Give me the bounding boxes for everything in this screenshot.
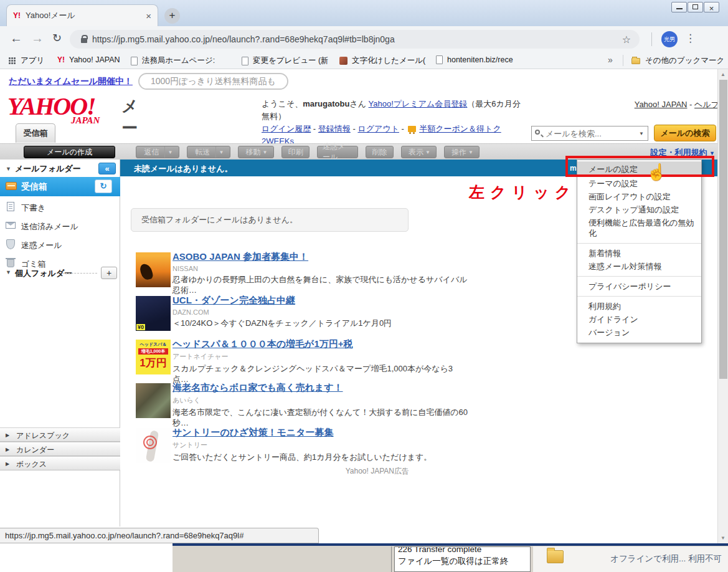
- personal-folders-label: 個人フォルダー: [15, 268, 72, 279]
- ad-thumbnail[interactable]: ¥0: [136, 296, 171, 331]
- bookmark-mojibake[interactable]: 文字化けしたメール(: [339, 55, 425, 66]
- bookmarks-overflow-icon[interactable]: »: [608, 55, 613, 65]
- search-input[interactable]: [546, 126, 633, 140]
- forward-label: 転送: [191, 147, 215, 158]
- refresh-button[interactable]: ↻: [95, 179, 112, 193]
- welcome-pre: ようこそ、: [262, 99, 303, 108]
- maximize-icon: [693, 4, 698, 9]
- spam-button[interactable]: 迷惑メール: [317, 146, 358, 158]
- bookmark-houmukyoku[interactable]: 法務局ホームページ:: [131, 55, 215, 66]
- bookmark-preview[interactable]: 変更をプレビュー (新: [242, 55, 329, 66]
- menu-item-guidelines[interactable]: ガイドライン: [577, 313, 701, 326]
- ad-thumbnail[interactable]: [136, 428, 171, 463]
- thumb-text-mid: 増毛1,000本: [138, 348, 168, 355]
- menu-item-ad-optimization[interactable]: 便利機能と広告最適化の無効化: [577, 216, 701, 240]
- bookmark-apps[interactable]: アプリ: [9, 55, 44, 66]
- yahoo-japan-link[interactable]: Yahoo! JAPAN: [635, 100, 688, 109]
- sidebar-item-spam[interactable]: 迷惑メール: [0, 236, 120, 254]
- menu-item-version[interactable]: バージョン: [577, 326, 701, 339]
- menu-item-desktop-notification[interactable]: デスクトップ通知の設定: [577, 203, 701, 216]
- reply-button[interactable]: 返信 ▼: [136, 146, 179, 158]
- browser-tab[interactable]: Y! Yahoo!メール ×: [6, 4, 158, 26]
- pain-ring-graphic: [146, 439, 154, 446]
- folder-label: 受信箱: [21, 181, 47, 193]
- ad-title-link[interactable]: UCL・ダゾーン完全独占中継: [173, 295, 295, 305]
- menu-item-terms[interactable]: 利用規約: [577, 300, 701, 313]
- welcome-block: ようこそ、marugatobuさん Yahoo!プレミアム会員登録（最大6カ月分…: [262, 98, 523, 148]
- scrollbar-thumb[interactable]: [719, 80, 727, 379]
- other-bookmarks[interactable]: その他のブックマーク: [631, 55, 724, 66]
- accordion-label: カレンダー: [16, 445, 54, 455]
- ad-title-link[interactable]: サントリーのひざ対策！モニター募集: [173, 427, 334, 437]
- forward-icon[interactable]: →: [31, 31, 44, 45]
- window-close-button[interactable]: ×: [704, 2, 719, 12]
- address-bar[interactable]: https://jp.mg5.mail.yahoo.co.jp/neo/laun…: [70, 30, 640, 49]
- window-maximize-button[interactable]: [688, 2, 703, 12]
- ad-thumbnail[interactable]: [136, 252, 171, 287]
- sidebar-item-sent[interactable]: 送信済みメール: [0, 217, 120, 236]
- menu-item-whats-new[interactable]: 新着情報: [577, 247, 701, 260]
- bookmark-label: Yahoo! JAPAN: [69, 55, 120, 64]
- accordion-calendar[interactable]: ▶ カレンダー: [0, 442, 120, 456]
- accordion-addressbook[interactable]: ▶ アドレスブック: [0, 427, 120, 442]
- ads-footer-label: Yahoo! JAPAN広告: [173, 466, 409, 477]
- window-minimize-button[interactable]: [671, 2, 687, 12]
- scroll-down-icon[interactable]: ▼: [721, 535, 726, 541]
- top-right-links: Yahoo! JAPAN - ヘルプ: [542, 99, 719, 110]
- menu-item-privacy-policy[interactable]: プライバシーポリシー: [577, 280, 701, 293]
- bookmark-honteniten[interactable]: honteniten.biz/rece: [436, 55, 513, 64]
- desktop: Y! Yahoo!メール × + × ← → ↻ https://jp.mg5.…: [0, 0, 728, 572]
- bookmark-star-icon[interactable]: ☆: [622, 34, 631, 45]
- browser-menu-icon[interactable]: ⋮: [685, 32, 696, 45]
- highlight-red-box: [565, 156, 714, 177]
- bookmark-yahoo-japan[interactable]: Y! Yahoo! JAPAN: [57, 55, 120, 64]
- ad-title-link[interactable]: ASOBO JAPAN 参加者募集中！: [173, 251, 308, 262]
- scrollbar[interactable]: ▲ ▼: [717, 69, 728, 543]
- ad-thumbnail[interactable]: ヘッドスパ＆ 増毛1,000本 1万円: [136, 340, 171, 374]
- view-button[interactable]: 表示 ▼: [401, 146, 437, 158]
- profile-avatar[interactable]: 光男: [661, 31, 678, 47]
- registration-info-link[interactable]: 登録情報: [318, 124, 351, 133]
- folder-label: 下書き: [21, 203, 45, 214]
- add-folder-button[interactable]: +: [101, 267, 117, 279]
- delete-button[interactable]: 削除: [366, 146, 394, 158]
- shield-icon: [6, 239, 15, 249]
- menu-item-layout-settings[interactable]: 画面レイアウトの設定: [577, 190, 701, 203]
- search-caret-icon[interactable]: ▼: [639, 131, 644, 136]
- tab-title: Yahoo!メール: [26, 10, 146, 21]
- print-button[interactable]: 印刷: [281, 146, 310, 158]
- premium-link[interactable]: Yahoo!プレミアム会員登録: [369, 99, 468, 108]
- move-button[interactable]: 移動 ▼: [238, 146, 274, 158]
- reply-caret-icon[interactable]: ▼: [165, 150, 176, 155]
- mail-folders-header[interactable]: ▼ メールフォルダー «: [0, 161, 120, 177]
- forward-button[interactable]: 転送 ▼: [187, 146, 230, 158]
- mail-search-box[interactable]: ▼: [531, 126, 648, 141]
- accordion-box[interactable]: ▶ ボックス: [0, 456, 120, 470]
- timesale-promo-link[interactable]: ただいまタイムセール開催中！: [9, 76, 133, 87]
- reload-icon[interactable]: ↻: [52, 31, 62, 45]
- ad-thumbnail[interactable]: [136, 383, 171, 418]
- mail-search-button[interactable]: メールの検索: [654, 125, 716, 141]
- url-text[interactable]: https://jp.mg5.mail.yahoo.co.jp/neo/laun…: [92, 34, 622, 44]
- help-link[interactable]: ヘルプ: [694, 100, 719, 109]
- logout-link[interactable]: ログアウト: [357, 124, 399, 133]
- scroll-up-icon[interactable]: ▲: [721, 72, 726, 77]
- tab-close-icon[interactable]: ×: [146, 11, 151, 21]
- ad-title-link[interactable]: 海老名市ならボロ家でも高く売れます！: [173, 382, 343, 393]
- tab-inbox[interactable]: 受信箱: [16, 123, 55, 143]
- sidebar-item-drafts[interactable]: 下書き: [0, 198, 120, 217]
- yahoo-japan-logo[interactable]: YAHOO! JAPAN メール: [7, 92, 132, 124]
- forward-caret-icon[interactable]: ▼: [216, 150, 227, 155]
- price-badge: ¥0: [136, 324, 145, 330]
- menu-item-spam-info[interactable]: 迷惑メール対策情報: [577, 260, 701, 273]
- sidebar-collapse-button[interactable]: «: [98, 163, 116, 174]
- back-icon[interactable]: ←: [10, 31, 22, 45]
- sidebar-item-inbox[interactable]: 受信箱 ↻: [0, 177, 120, 196]
- login-history-link[interactable]: ログイン履歴: [262, 124, 311, 133]
- personal-folders-header[interactable]: ▼ 個人フォルダー +: [0, 264, 120, 282]
- compose-button[interactable]: メールの作成: [24, 146, 115, 158]
- new-tab-button[interactable]: +: [164, 8, 180, 24]
- actions-button[interactable]: 操作 ▼: [444, 146, 480, 158]
- menu-item-theme-settings[interactable]: テーマの設定: [577, 177, 701, 190]
- ad-title-link[interactable]: ヘッドスパ＆１０００本の増毛が1万円+税: [173, 338, 353, 349]
